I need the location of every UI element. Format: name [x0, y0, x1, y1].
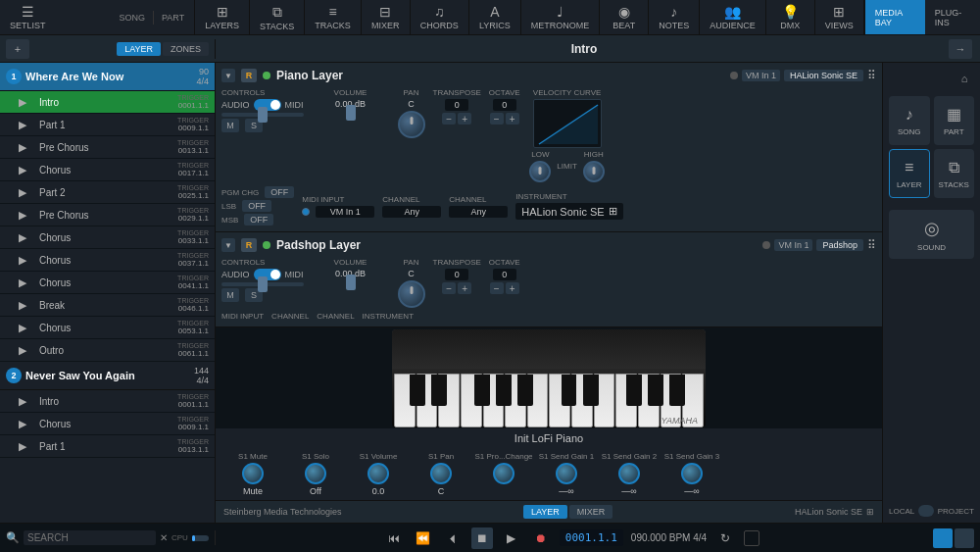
loop-btn[interactable]: ↻ [714, 527, 736, 549]
padshop-fader[interactable] [221, 282, 304, 286]
piano-velocity-curve[interactable] [533, 99, 602, 148]
piano-menu-btn[interactable]: ⠿ [867, 69, 876, 82]
padshop-menu-btn[interactable]: ⠿ [867, 238, 876, 252]
nav-notes[interactable]: ♪ NOTES [649, 0, 700, 34]
play-s2-part1-btn[interactable]: ▶ [16, 439, 29, 453]
param-s1-solo-knob[interactable] [305, 463, 326, 484]
plugin-layer-tab[interactable]: LAYER [523, 505, 567, 519]
play-break-btn[interactable]: ▶ [16, 298, 29, 312]
part-chorus5[interactable]: ▶ Chorus TRIGGER 0053.1.1 [0, 317, 215, 339]
piano-channel2-val[interactable]: Any [449, 206, 508, 218]
param-s1-pro-knob[interactable] [493, 463, 514, 484]
piano-fader[interactable] [221, 113, 304, 117]
right-panel-layer[interactable]: ≡ LAYER [889, 149, 930, 198]
part-s2-part1[interactable]: ▶ Part 1 TRIGGER 0013.1.1 [0, 435, 215, 458]
plug-ins-button[interactable]: PLUG-INS [925, 0, 980, 34]
piano-instrument-box[interactable]: HALion Sonic SE ⊞ [515, 203, 622, 220]
play-chorus4-btn[interactable]: ▶ [16, 276, 29, 289]
piano-octave-val[interactable]: 0 [493, 99, 516, 111]
nav-mixer[interactable]: ⊟ MIXER [362, 0, 411, 34]
play-prechorus2-btn[interactable]: ▶ [16, 208, 29, 222]
piano-msb-toggle[interactable]: OFF [244, 214, 273, 226]
add-layer-btn[interactable]: + [6, 39, 29, 59]
song-item-1[interactable]: 1 Where Are We Now 90 4/4 [0, 63, 215, 91]
nav-chords[interactable]: ♫ CHORDS [411, 0, 469, 34]
part-outro[interactable]: ▶ Outro TRIGGER 0061.1.1 [0, 339, 215, 362]
nav-audience[interactable]: 👥 AUDIENCE [700, 0, 766, 34]
part-chorus1[interactable]: ▶ Chorus TRIGGER 0017.1.1 [0, 159, 215, 181]
part-chorus2[interactable]: ▶ Chorus TRIGGER 0033.1.1 [0, 226, 215, 249]
play-prechorus1-btn[interactable]: ▶ [16, 140, 29, 154]
piano-octave-minus[interactable]: − [490, 113, 504, 125]
layer-tab[interactable]: LAYER [117, 42, 161, 56]
piano-transpose-val[interactable]: 0 [445, 99, 468, 111]
media-bay-button[interactable]: MEDIA BAY [865, 0, 925, 34]
nav-lyrics[interactable]: A LYRICS [469, 0, 521, 34]
local-project-toggle[interactable] [918, 505, 933, 517]
right-panel-home-btn[interactable]: ⌂ [955, 69, 974, 88]
padshop-r-btn[interactable]: R [241, 238, 257, 252]
piano-lsb-toggle[interactable]: OFF [242, 200, 271, 212]
zones-tab[interactable]: ZONES [163, 42, 209, 56]
stop-btn[interactable]: ⏹ [471, 527, 493, 549]
piano-midi-input-val[interactable]: VM In 1 [316, 206, 374, 218]
play-part1-btn[interactable]: ▶ [16, 118, 29, 131]
rewind-btn[interactable]: ⏮ [383, 527, 405, 549]
part-intro[interactable]: ▶ Intro TRIGGER 0001.1.1 [0, 91, 215, 114]
nav-metronome[interactable]: ♩ METRONOME [521, 0, 601, 34]
param-s1-send1-knob[interactable] [556, 463, 577, 484]
play-part2-btn[interactable]: ▶ [16, 185, 29, 199]
piano-channel1-val[interactable]: Any [382, 206, 441, 218]
piano-high-knob[interactable] [583, 161, 605, 182]
nav-dmx[interactable]: 💡 DMX [766, 0, 815, 34]
padshop-transpose-plus[interactable]: + [458, 282, 471, 294]
part-prechorus1[interactable]: ▶ Pre Chorus TRIGGER 0013.1.1 [0, 136, 215, 159]
view-btn-1[interactable] [933, 528, 953, 548]
song-item-2[interactable]: 2 Never Saw You Again 144 4/4 [0, 362, 215, 390]
right-panel-part[interactable]: ▦ PART [934, 96, 975, 145]
play-chorus3-btn[interactable]: ▶ [16, 253, 29, 267]
padshop-transpose-minus[interactable]: − [442, 282, 456, 294]
song-nav-btn[interactable]: SONG [115, 11, 149, 25]
padshop-fold-btn[interactable]: ▼ [221, 238, 235, 252]
padshop-octave-minus[interactable]: − [490, 282, 504, 294]
piano-r-btn[interactable]: R [241, 69, 257, 82]
part-s2-chorus[interactable]: ▶ Chorus TRIGGER 0009.1.1 [0, 413, 215, 435]
right-panel-stacks[interactable]: ⧉ STACKS [934, 149, 975, 198]
padshop-transpose-val[interactable]: 0 [445, 269, 468, 280]
piano-pan-knob[interactable] [398, 111, 425, 138]
param-s1-pan-knob[interactable] [430, 463, 452, 484]
part-nav-btn[interactable]: PART [158, 11, 188, 25]
param-s1-volume-knob[interactable] [368, 463, 389, 484]
play-s2-chorus-btn[interactable]: ▶ [16, 417, 29, 430]
part-s2-intro[interactable]: ▶ Intro TRIGGER 0001.1.1 [0, 390, 215, 413]
part-part2[interactable]: ▶ Part 2 TRIGGER 0025.1.1 [0, 181, 215, 204]
back-btn[interactable]: ⏪ [413, 527, 434, 549]
play-s2-intro-btn[interactable]: ▶ [16, 394, 29, 408]
right-panel-sound[interactable]: ◎ SOUND [889, 210, 974, 259]
part-part1[interactable]: ▶ Part 1 TRIGGER 0009.1.1 [0, 114, 215, 136]
padshop-octave-plus[interactable]: + [506, 282, 519, 294]
piano-m-btn[interactable]: M [221, 119, 239, 132]
play-btn[interactable]: ▶ [501, 527, 522, 549]
record-btn[interactable]: ⏺ [530, 527, 552, 549]
setlist-button[interactable]: ☰ SETLIST [6, 2, 50, 32]
part-break[interactable]: ▶ Break TRIGGER 0046.1.1 [0, 294, 215, 317]
view-btn-2[interactable] [955, 528, 974, 548]
part-prechorus2[interactable]: ▶ Pre Chorus TRIGGER 0029.1.1 [0, 204, 215, 226]
nav-layers[interactable]: ⊞ LAYERS [195, 0, 250, 34]
plugin-settings-icon[interactable]: ⊞ [866, 507, 874, 517]
nav-views[interactable]: ⊞ VIEWS [815, 0, 864, 34]
loop-range-btn[interactable] [744, 530, 760, 546]
padshop-pan-knob[interactable] [398, 280, 425, 308]
prev-bar-btn[interactable]: ⏴ [442, 527, 464, 549]
padshop-octave-val[interactable]: 0 [493, 269, 516, 280]
part-chorus4[interactable]: ▶ Chorus TRIGGER 0041.1.1 [0, 272, 215, 294]
search-input[interactable] [24, 530, 156, 545]
padshop-m-btn[interactable]: M [221, 288, 239, 302]
piano-plugin[interactable]: HALion Sonic SE [784, 70, 863, 81]
plugin-mixer-tab[interactable]: MIXER [569, 505, 613, 519]
nav-beat[interactable]: ◉ BEAT [600, 0, 649, 34]
section-arrow[interactable]: → [949, 39, 972, 59]
part-chorus3[interactable]: ▶ Chorus TRIGGER 0037.1.1 [0, 249, 215, 272]
